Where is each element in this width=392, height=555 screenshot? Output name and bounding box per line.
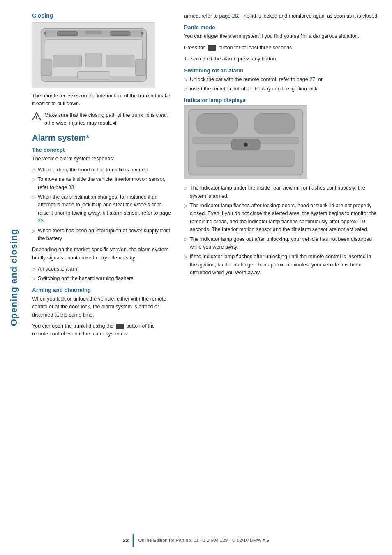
arming-body2: You can open the trunk lid using the but… xyxy=(32,322,172,338)
page-footer: 32 Online Edition for Part no. 01 41 2 6… xyxy=(123,534,270,547)
warning-icon: ! xyxy=(32,112,41,121)
list-item: ▷ When the car's inclination changes, fo… xyxy=(32,193,172,225)
bullet-text: The indicator lamp flashes after locking… xyxy=(190,202,380,234)
page-33-link2[interactable]: 33 xyxy=(38,218,44,224)
bullet-text: An acoustic alarm xyxy=(38,265,78,273)
list-item: ▷ The indicator lamp under the inside re… xyxy=(184,184,380,200)
svg-rect-7 xyxy=(53,55,81,67)
panic-body1: You can trigger the alarm system if you … xyxy=(184,32,380,40)
list-item: ▷ To movements inside the vehicle: inter… xyxy=(32,176,172,192)
alarm-system-heading: Alarm system* xyxy=(32,133,172,143)
page-27-link[interactable]: 27 xyxy=(309,76,315,82)
list-item: ▷ The indicator lamp goes out after unlo… xyxy=(184,236,380,252)
bullet-arrow: ▷ xyxy=(32,176,35,183)
bullet-text: To movements inside the vehicle: interio… xyxy=(38,176,172,192)
bullet-arrow: ▷ xyxy=(32,227,35,234)
warning-text: Make sure that the closing path of the t… xyxy=(44,111,172,127)
bullet-arrow: ▷ xyxy=(184,185,187,192)
closing-heading: Closing xyxy=(32,12,172,19)
bullet-text: The indicator lamp under the inside rear… xyxy=(190,184,380,200)
svg-rect-24 xyxy=(197,150,295,167)
right-column: armed, refer to page 28. The lid is lock… xyxy=(184,12,380,543)
svg-point-23 xyxy=(244,143,248,147)
bullet-text: insert the remote control all the way in… xyxy=(190,85,319,93)
svg-rect-19 xyxy=(197,114,238,134)
svg-text:!: ! xyxy=(36,114,37,120)
panic-body3: To switch off the alarm: press any butto… xyxy=(184,55,380,63)
mirror-image xyxy=(184,105,307,179)
svg-rect-8 xyxy=(106,55,134,67)
list-item: ▷ When a door, the hood or the trunk lid… xyxy=(32,166,172,174)
concept-body2: Depending on the market-specific version… xyxy=(32,246,172,262)
page-28-link[interactable]: 28 xyxy=(232,13,238,19)
concept-heading: The concept xyxy=(32,147,172,153)
svg-rect-5 xyxy=(85,31,102,34)
bullet-text: When a door, the hood or the trunk lid i… xyxy=(38,166,148,174)
list-item: ▷ If the indicator lamp flashes after un… xyxy=(184,253,380,277)
list-item: ▷ insert the remote control all the way … xyxy=(184,85,380,93)
concept-intro: The vehicle alarm system responds: xyxy=(32,155,172,163)
svg-rect-12 xyxy=(136,59,146,76)
svg-point-13 xyxy=(44,32,46,35)
bullet-arrow: ▷ xyxy=(184,76,187,83)
page-33-link[interactable]: 33 xyxy=(68,185,74,190)
svg-rect-20 xyxy=(254,114,295,134)
list-item: ▷ When there has been an interruption of… xyxy=(32,227,172,243)
page-number: 32 xyxy=(123,537,129,543)
switching-off-bullets: ▷ Unlock the car with the remote control… xyxy=(184,76,380,93)
arming-body: When you lock or unlock the vehicle, eit… xyxy=(32,295,172,319)
svg-rect-3 xyxy=(57,32,77,36)
bullet-text: When there has been an interruption of p… xyxy=(38,227,172,243)
bullet-text: If the indicator lamp flashes after unlo… xyxy=(190,253,380,277)
main-content: Closing xyxy=(28,0,392,555)
svg-point-14 xyxy=(141,32,144,35)
attempts-bullets: ▷ An acoustic alarm ▷ Switching on* the … xyxy=(32,265,172,283)
list-item: ▷ Switching on* the hazard warning flash… xyxy=(32,275,172,282)
svg-rect-9 xyxy=(85,53,102,67)
bullet-arrow: ▷ xyxy=(184,253,187,260)
panic-body2: Press the button for at least three seco… xyxy=(184,44,380,52)
bullet-arrow: ▷ xyxy=(184,86,187,92)
bullet-arrow: ▷ xyxy=(32,194,35,201)
bullet-arrow: ▷ xyxy=(184,236,187,243)
warning-box: ! Make sure that the closing path of the… xyxy=(32,111,172,127)
sidebar-label: Opening and closing xyxy=(9,229,19,326)
list-item: ▷ An acoustic alarm xyxy=(32,265,172,273)
page-container: Opening and closing Closing xyxy=(0,0,392,555)
footer-bar xyxy=(133,534,134,547)
panic-key-icon xyxy=(208,45,216,51)
switching-off-heading: Switching off an alarm xyxy=(184,67,380,74)
indicator-lamp-bullets: ▷ The indicator lamp under the inside re… xyxy=(184,184,380,277)
left-column: Closing xyxy=(32,12,172,543)
closing-body1: The handle recesses on the interior trim… xyxy=(32,92,172,108)
bullet-text: The indicator lamp goes out after unlock… xyxy=(190,236,380,252)
panic-mode-heading: Panic mode xyxy=(184,24,380,30)
indicator-lamp-heading: Indicator lamp displays xyxy=(184,97,380,103)
list-item: ▷ Unlock the car with the remote control… xyxy=(184,76,380,83)
bullet-text: When the car's inclination changes, for … xyxy=(38,193,172,225)
svg-rect-10 xyxy=(78,72,110,80)
list-item: ▷ The indicator lamp flashes after locki… xyxy=(184,202,380,234)
bullet-text: Unlock the car with the remote control, … xyxy=(190,76,323,83)
remote-key-icon xyxy=(116,324,124,329)
concept-bullets: ▷ When a door, the hood or the trunk lid… xyxy=(32,166,172,243)
svg-rect-4 xyxy=(110,32,130,36)
bullet-arrow: ▷ xyxy=(32,166,35,173)
footer-text: Online Edition for Part no. 01 41 2 604 … xyxy=(138,538,269,543)
sidebar: Opening and closing xyxy=(0,0,28,555)
bullet-arrow: ▷ xyxy=(32,275,35,282)
svg-rect-11 xyxy=(42,59,52,76)
armed-text: armed, refer to page 28. The lid is lock… xyxy=(184,12,380,20)
arming-heading: Arming and disarming xyxy=(32,287,172,293)
trunk-image xyxy=(32,22,155,88)
bullet-arrow: ▷ xyxy=(184,202,187,209)
bullet-text: Switching on* the hazard warning flasher… xyxy=(38,275,134,282)
bullet-arrow: ▷ xyxy=(32,266,35,273)
